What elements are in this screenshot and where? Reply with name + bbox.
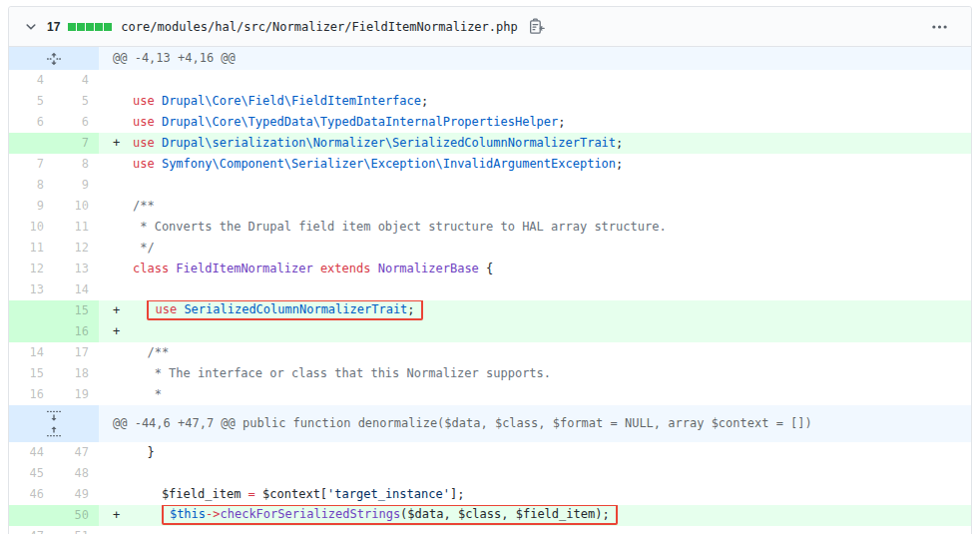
- new-line-number[interactable]: 10: [54, 196, 99, 217]
- diff-row-context: 1417 /**: [9, 342, 971, 363]
- diff-sign: +: [113, 300, 133, 321]
- old-line-number[interactable]: 44: [9, 442, 54, 463]
- code-line: * The interface or class that this Norma…: [99, 363, 971, 384]
- old-line-number[interactable]: 45: [9, 463, 54, 484]
- old-line-number[interactable]: [9, 505, 54, 526]
- old-line-number[interactable]: 13: [9, 279, 54, 300]
- unfold-icon[interactable]: [47, 52, 61, 66]
- fold-down-icon[interactable]: [47, 408, 61, 422]
- old-line-number[interactable]: [9, 321, 54, 342]
- code-line: use Drupal\Core\TypedData\TypedDataInter…: [99, 112, 971, 133]
- code-line: $field_item = $context['target_instance'…: [99, 484, 971, 505]
- code-line: class FieldItemNormalizer extends Normal…: [99, 259, 971, 279]
- old-line-number[interactable]: [9, 300, 54, 321]
- code-text: * Converts the Drupal field item object …: [133, 220, 667, 234]
- code-line: [99, 463, 971, 484]
- diff-row-context: 4649 $field_item = $context['target_inst…: [9, 484, 971, 505]
- diff-row-context: 89: [9, 175, 971, 196]
- code-line: [99, 175, 971, 196]
- old-line-number[interactable]: 16: [9, 384, 54, 405]
- diff-sign: +: [113, 133, 133, 154]
- new-line-number[interactable]: 7: [54, 133, 99, 154]
- diff-table: @@ -4,13 +4,16 @@4455use Drupal\Core\Fie…: [9, 47, 971, 534]
- diff-row-context: 4447 }: [9, 442, 971, 463]
- new-line-number[interactable]: 18: [54, 363, 99, 384]
- old-line-number[interactable]: 7: [9, 154, 54, 175]
- old-line-number[interactable]: [9, 133, 54, 154]
- code-text: use Drupal\serialization\Normalizer\Seri…: [133, 136, 623, 150]
- old-line-number[interactable]: 8: [9, 175, 54, 196]
- copy-path-icon[interactable]: [528, 18, 545, 35]
- new-line-number[interactable]: 12: [54, 238, 99, 259]
- old-line-number[interactable]: 6: [9, 112, 54, 133]
- new-line-number[interactable]: 17: [54, 342, 99, 363]
- file-path: core/modules/hal/src/Normalizer/FieldIte…: [121, 20, 517, 34]
- code-line: + use SerializedColumnNormalizerTrait;: [99, 300, 971, 321]
- code-text: $field_item = $context['target_instance'…: [133, 487, 464, 501]
- code-text: /**: [133, 199, 155, 213]
- old-line-number[interactable]: 14: [9, 342, 54, 363]
- code-indent: [133, 303, 147, 317]
- code-text: use Symfony\Component\Serializer\Excepti…: [133, 157, 623, 171]
- code-text: use Drupal\Core\Field\FieldItemInterface…: [133, 94, 428, 108]
- diff-row-context: 55use Drupal\Core\Field\FieldItemInterfa…: [9, 91, 971, 112]
- code-text: * The interface or class that this Norma…: [133, 366, 551, 380]
- code-text: *: [133, 387, 162, 401]
- hunk-header-row: @@ -44,6 +47,7 @@ public function denorm…: [9, 405, 971, 442]
- new-line-number[interactable]: 6: [54, 112, 99, 133]
- diff-row-context: 66use Drupal\Core\TypedData\TypedDataInt…: [9, 112, 971, 133]
- code-line: */: [99, 238, 971, 259]
- fold-up-icon[interactable]: [47, 425, 61, 439]
- old-line-number[interactable]: 46: [9, 484, 54, 505]
- old-line-number[interactable]: 12: [9, 259, 54, 279]
- old-line-number[interactable]: 10: [9, 217, 54, 238]
- diff-sign: +: [113, 321, 133, 342]
- diff-row-context: 78use Symfony\Component\Serializer\Excep…: [9, 154, 971, 175]
- new-line-number[interactable]: 16: [54, 321, 99, 342]
- diff-row-context: 1011 * Converts the Drupal field item ob…: [9, 217, 971, 238]
- new-line-number[interactable]: 4: [54, 70, 99, 91]
- diffstat-square: [68, 23, 76, 31]
- diff-row-context: 1518 * The interface or class that this …: [9, 363, 971, 384]
- old-line-number[interactable]: 47: [9, 526, 54, 534]
- expand-gutter: [9, 405, 99, 442]
- new-line-number[interactable]: 14: [54, 279, 99, 300]
- code-text: */: [133, 241, 155, 255]
- new-line-number[interactable]: 15: [54, 300, 99, 321]
- annotation-box: $this->checkForSerializedStrings($data, …: [162, 505, 618, 525]
- kebab-menu-icon[interactable]: [930, 21, 949, 33]
- chevron-down-icon[interactable]: [25, 21, 37, 33]
- diff-row-addition: 16+: [9, 321, 971, 342]
- new-line-number[interactable]: 49: [54, 484, 99, 505]
- diff-row-addition: 50+ $this->checkForSerializedStrings($da…: [9, 505, 971, 526]
- old-line-number[interactable]: 15: [9, 363, 54, 384]
- diff-row-context: 1213class FieldItemNormalizer extends No…: [9, 259, 971, 279]
- diffstat-square: [95, 23, 103, 31]
- old-line-number[interactable]: 5: [9, 91, 54, 112]
- code-line: /**: [99, 342, 971, 363]
- hunk-header-text: @@ -44,6 +47,7 @@ public function denorm…: [99, 405, 971, 442]
- diffstat-square: [77, 23, 85, 31]
- new-line-number[interactable]: 47: [54, 442, 99, 463]
- old-line-number[interactable]: 4: [9, 70, 54, 91]
- code-line: +: [99, 321, 971, 342]
- new-line-number[interactable]: 50: [54, 505, 99, 526]
- new-line-number[interactable]: 13: [54, 259, 99, 279]
- code-line: [99, 279, 971, 300]
- old-line-number[interactable]: 9: [9, 196, 54, 217]
- code-line: + $this->checkForSerializedStrings($data…: [99, 505, 971, 526]
- code-text: }: [133, 445, 155, 459]
- new-line-number[interactable]: 48: [54, 463, 99, 484]
- new-line-number[interactable]: 5: [54, 91, 99, 112]
- diffstat-squares: [68, 23, 112, 31]
- old-line-number[interactable]: 11: [9, 238, 54, 259]
- new-line-number[interactable]: 11: [54, 217, 99, 238]
- diff-row-context: 1112 */: [9, 238, 971, 259]
- new-line-number[interactable]: 51: [54, 526, 99, 534]
- code-line: * Converts the Drupal field item object …: [99, 217, 971, 238]
- new-line-number[interactable]: 8: [54, 154, 99, 175]
- new-line-number[interactable]: 9: [54, 175, 99, 196]
- hunk-header-text: @@ -4,13 +4,16 @@: [99, 47, 971, 70]
- new-line-number[interactable]: 19: [54, 384, 99, 405]
- diffstat-square: [104, 23, 112, 31]
